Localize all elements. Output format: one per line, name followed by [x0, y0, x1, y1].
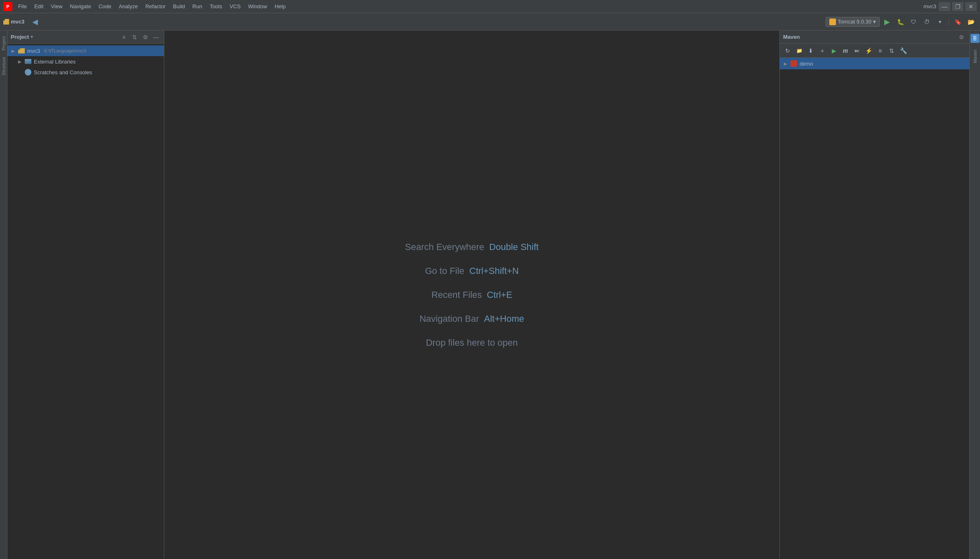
menu-item-vcs[interactable]: VCS [226, 2, 244, 11]
hint-shortcut-search: Double Shift [489, 242, 539, 252]
hint-label-recent: Recent Files [431, 290, 482, 300]
database-tab-icon[interactable]: 🗄 [971, 34, 980, 43]
debug-button[interactable]: 🐛 [895, 16, 906, 28]
maven-title-label: Maven [783, 34, 800, 40]
window-controls: — ❐ ✕ [939, 2, 977, 11]
run-button[interactable]: ▶ [881, 16, 893, 28]
maven-m-button[interactable]: m [840, 45, 851, 56]
maven-toolbar: ↻ 📁 ⬇ + ▶ m ⏭ ⚡ ≡ ⇅ 🔧 [780, 44, 969, 58]
maven-list-button[interactable]: ≡ [875, 45, 885, 56]
collapse-all-button[interactable]: ⇅ [130, 33, 139, 42]
maven-expand-icon: ▶ [783, 61, 788, 66]
maven-refresh-button[interactable]: ↻ [782, 45, 793, 56]
title-bar: P FileEditViewNavigateCodeAnalyzeRefacto… [0, 0, 980, 13]
maven-add-button[interactable]: + [817, 45, 828, 56]
menu-item-navigate[interactable]: Navigate [66, 2, 94, 11]
menu-item-tools[interactable]: Tools [206, 2, 225, 11]
maven-tab-button[interactable]: Maven [972, 46, 978, 66]
sidebar-item-structure[interactable]: Structure [0, 54, 7, 78]
dropdown-chevron-icon: ▾ [873, 19, 876, 25]
hint-drop-files: Drop files here to open [426, 337, 518, 348]
project-panel: Project ▾ ≡ ⇅ ⚙ — ▶ mvc3 E:\ITLanguage\m… [7, 31, 164, 559]
maven-lightning-button[interactable]: ⚡ [863, 45, 874, 56]
maven-item-demo[interactable]: ▶ demo [780, 58, 969, 69]
project-panel-header: Project ▾ ≡ ⇅ ⚙ — [7, 31, 164, 44]
hint-label-drop: Drop files here to open [426, 337, 518, 348]
tree-item-external-libraries[interactable]: ▶ External Libraries [14, 56, 164, 67]
menu-item-run[interactable]: Run [189, 2, 206, 11]
project-name-label: mvc3 [3, 19, 24, 25]
maven-wrench-button[interactable]: 🔧 [898, 45, 909, 56]
menu-item-file[interactable]: File [15, 2, 30, 11]
settings-button[interactable]: ⚙ [141, 33, 150, 42]
project-header-controls: ≡ ⇅ ⚙ — [119, 33, 161, 42]
hint-navigation-bar: Navigation Bar Alt+Home [419, 314, 524, 324]
sidebar-item-project[interactable]: Project [0, 34, 7, 53]
menu-item-build[interactable]: Build [170, 2, 188, 11]
close-button[interactable]: ✕ [965, 2, 977, 11]
project-dropdown-icon[interactable]: ▾ [31, 34, 33, 40]
hint-shortcut-nav: Alt+Home [484, 314, 524, 324]
main-toolbar: mvc3 ◀ Tomcat 9.0.30 ▾ ▶ 🐛 🛡 ⏱ ▾ 🔖 📂 [0, 13, 980, 31]
hint-label-goto: Go to File [425, 266, 464, 276]
hint-goto-file: Go to File Ctrl+Shift+N [425, 266, 518, 276]
menu-item-window[interactable]: Window [245, 2, 270, 11]
bookmarks-button[interactable]: 🔖 [952, 16, 963, 28]
tree-item-scratches[interactable]: Scratches and Consoles [14, 67, 164, 78]
coverage-button[interactable]: 🛡 [908, 16, 919, 28]
app-logo: P [3, 2, 12, 11]
hint-label-nav: Navigation Bar [419, 314, 479, 324]
menu-item-view[interactable]: View [47, 2, 66, 11]
project-panel-title: Project ▾ [11, 34, 33, 40]
menu-bar: FileEditViewNavigateCodeAnalyzeRefactorB… [15, 2, 918, 11]
maven-run-button[interactable]: ▶ [829, 45, 839, 56]
right-sidebar-tab-strip: 🗄 Maven [969, 31, 980, 559]
tree-item-label-ext-libs: External Libraries [34, 59, 76, 65]
expand-icon: ▶ [11, 48, 16, 53]
main-layout: Project Structure Project ▾ ≡ ⇅ ⚙ — ▶ mv… [0, 31, 980, 559]
scratches-icon [25, 69, 31, 75]
project-folder-icon [3, 19, 9, 25]
tree-item-label-mvc3: mvc3 [27, 48, 40, 54]
hide-panel-button[interactable]: — [151, 33, 161, 42]
menu-item-help[interactable]: Help [271, 2, 289, 11]
hint-shortcut-recent: Ctrl+E [487, 290, 512, 300]
hint-search-everywhere: Search Everywhere Double Shift [405, 242, 539, 252]
menu-item-refactor[interactable]: Refactor [142, 2, 169, 11]
hint-label-search: Search Everywhere [405, 242, 484, 252]
find-button[interactable]: 📂 [965, 16, 977, 28]
tomcat-icon [829, 19, 836, 25]
maven-skip-button[interactable]: ⏭ [852, 45, 862, 56]
maven-tree: ▶ demo [780, 58, 969, 559]
maven-download-button[interactable]: ⬇ [805, 45, 816, 56]
maven-settings-button[interactable]: ⚙ [957, 33, 966, 42]
maven-open-button[interactable]: 📁 [794, 45, 805, 56]
run-config-name: Tomcat 9.0.30 [838, 19, 871, 25]
maximize-button[interactable]: ❐ [952, 2, 963, 11]
menu-item-code[interactable]: Code [95, 2, 115, 11]
compact-mode-button[interactable]: ≡ [119, 33, 128, 42]
hint-shortcut-goto: Ctrl+Shift+N [469, 266, 519, 276]
minimize-button[interactable]: — [939, 2, 950, 11]
left-sidebar-tab-strip: Project Structure [0, 31, 7, 559]
run-dropdown-button[interactable]: ▾ [934, 16, 946, 28]
tree-item-path-mvc3: E:\ITLanguage\mvc3 [44, 48, 86, 53]
empty-editor-hints: Search Everywhere Double Shift Go to Fil… [164, 31, 779, 559]
maven-panel: Maven ⚙ ↻ 📁 ⬇ + ▶ m ⏭ ⚡ ≡ ⇅ 🔧 ▶ demo [779, 31, 969, 559]
maven-panel-header: Maven ⚙ [780, 31, 969, 44]
profile-button[interactable]: ⏱ [921, 16, 933, 28]
maven-item-label-demo: demo [800, 61, 813, 67]
menu-item-edit[interactable]: Edit [31, 2, 47, 11]
maven-sort-button[interactable]: ⇅ [886, 45, 897, 56]
project-title-label: Project [11, 34, 29, 40]
library-icon [25, 59, 31, 64]
back-button[interactable]: ◀ [29, 16, 41, 28]
menu-item-analyze[interactable]: Analyze [116, 2, 141, 11]
editor-area: Search Everywhere Double Shift Go to Fil… [164, 31, 779, 559]
tree-item-mvc3[interactable]: ▶ mvc3 E:\ITLanguage\mvc3 [7, 45, 164, 56]
maven-header-controls: ⚙ [957, 33, 966, 42]
run-config-selector[interactable]: Tomcat 9.0.30 ▾ [826, 17, 880, 27]
window-title: mvc3 [923, 3, 936, 9]
folder-icon [18, 48, 25, 54]
project-tree: ▶ mvc3 E:\ITLanguage\mvc3 ▶ External Lib… [7, 44, 164, 559]
